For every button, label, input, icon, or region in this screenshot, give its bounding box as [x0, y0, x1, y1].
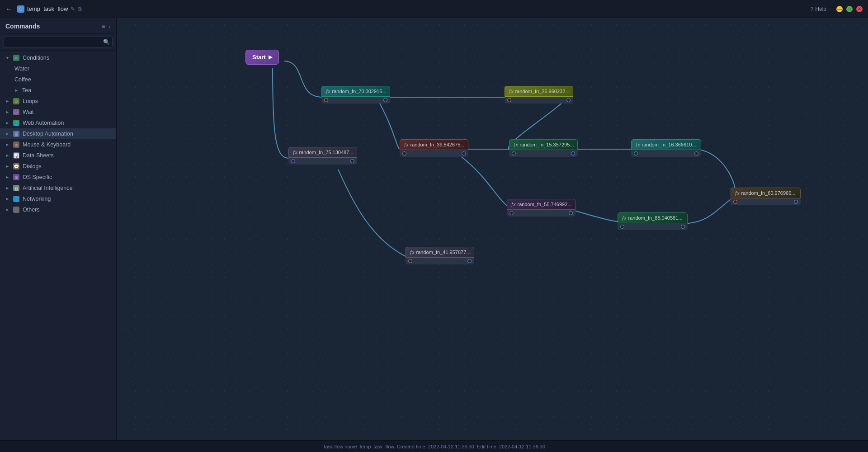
fn3-header: ƒx random_fn_75.130487...	[288, 147, 357, 158]
statusbar-text: Task flow name: temp_task_flow. Created …	[323, 444, 545, 449]
fn4-body	[400, 150, 468, 157]
node-fn3[interactable]: ƒx random_fn_75.130487...	[288, 147, 357, 165]
sidebar-item-others[interactable]: ► ⋯ Others	[0, 204, 116, 215]
sidebar-item-loops[interactable]: ► ↺ Loops	[0, 96, 116, 107]
webautomation-icon: 🌐	[13, 120, 19, 126]
fn10-header: ƒx random_fn_41.957877...	[406, 247, 474, 258]
ai-arrow: ►	[5, 186, 10, 190]
water-label: Water	[14, 66, 112, 72]
flow-title: temp_task_flow	[27, 5, 68, 12]
sidebar-icons: ≡ ‹	[101, 23, 111, 30]
collapse-icon[interactable]: ‹	[108, 23, 111, 30]
fn8-port-in[interactable]	[620, 225, 624, 229]
copy-icon[interactable]: ⧉	[78, 6, 82, 12]
start-node[interactable]: Start ▶	[245, 50, 279, 65]
help-button[interactable]: ? Help	[811, 6, 826, 12]
os-label: OS Specific	[23, 174, 112, 180]
fn6-body	[631, 150, 701, 157]
sidebar-header: Commands ≡ ‹	[0, 18, 116, 34]
sidebar-item-tea[interactable]: ► Tea	[0, 85, 116, 96]
fn10-port-in[interactable]	[408, 259, 412, 263]
edit-icon[interactable]: ✎	[71, 6, 75, 12]
title-area: ⬡ temp_task_flow ✎ ⧉	[17, 5, 82, 13]
sidebar-item-coffee[interactable]: Coffee	[0, 74, 116, 85]
node-fn7[interactable]: ƒx random_fn_55.746992...	[507, 199, 576, 217]
fn5-header: ƒx random_fn_15.357295...	[509, 139, 578, 150]
sidebar: Commands ≡ ‹ 🔍 ▼ ≈ Conditions Water	[0, 18, 117, 440]
fn7-label: random_fn_55.746992...	[518, 202, 572, 207]
node-fn8[interactable]: ƒx random_fn_88.040581...	[618, 212, 688, 230]
webautomation-label: Web Automation	[23, 120, 112, 126]
sidebar-item-wait[interactable]: ► ⏱ Wait	[0, 107, 116, 118]
fn8-port-out[interactable]	[681, 225, 685, 229]
sidebar-title: Commands	[5, 23, 40, 30]
fn9-label: random_fn_60.976966...	[741, 190, 796, 196]
node-fn1[interactable]: ƒx random_fn_70.002916...	[321, 86, 390, 104]
dialogs-label: Dialogs	[23, 163, 112, 170]
fn1-port-in[interactable]	[324, 98, 328, 102]
conditions-arrow: ▼	[5, 56, 10, 60]
sidebar-item-ai[interactable]: ► 🤖 Artificial Intelligence	[0, 183, 116, 193]
search-input[interactable]	[4, 37, 113, 47]
fn9-port-in[interactable]	[733, 200, 737, 204]
loops-icon: ↺	[13, 98, 19, 104]
fn6-port-in[interactable]	[634, 151, 638, 155]
networking-arrow: ►	[5, 197, 10, 201]
connections-svg	[117, 18, 868, 440]
dialogs-arrow: ►	[5, 164, 10, 169]
fn5-port-in[interactable]	[512, 151, 516, 155]
sidebar-item-networking[interactable]: ► 🌐 Networking	[0, 193, 116, 204]
sidebar-item-os[interactable]: ► ⚙ OS Specific	[0, 172, 116, 183]
others-arrow: ►	[5, 207, 10, 212]
fn5-body	[509, 150, 578, 157]
fn4-port-in[interactable]	[402, 151, 406, 155]
fn2-port-in[interactable]	[507, 98, 511, 102]
fn6-label: random_fn_16.366610...	[642, 142, 696, 147]
node-fn6[interactable]: ƒx random_fn_16.366610...	[631, 139, 701, 157]
fn4-header: ƒx random_fn_39.842675...	[400, 139, 468, 150]
fn1-label: random_fn_70.002916...	[332, 89, 387, 94]
fn10-port-out[interactable]	[467, 259, 472, 263]
fn3-body	[288, 158, 357, 165]
node-fn10[interactable]: ƒx random_fn_41.957877...	[406, 247, 474, 264]
fn1-port-out[interactable]	[383, 98, 387, 102]
datasheets-label: Data Sheets	[23, 152, 112, 159]
fn3-label: random_fn_75.130487...	[299, 150, 354, 155]
fn3-port-out[interactable]	[350, 159, 354, 163]
minimize-button[interactable]: —	[836, 6, 843, 12]
sidebar-item-conditions[interactable]: ▼ ≈ Conditions	[0, 52, 116, 63]
node-fn4[interactable]: ƒx random_fn_39.842675...	[400, 139, 468, 157]
fn5-port-out[interactable]	[571, 151, 575, 155]
others-label: Others	[23, 207, 112, 213]
back-button[interactable]: ←	[5, 5, 13, 13]
fn4-port-out[interactable]	[462, 151, 466, 155]
fn7-port-in[interactable]	[509, 211, 514, 215]
fn3-port-in[interactable]	[291, 159, 295, 163]
datasheets-arrow: ►	[5, 153, 10, 158]
maximize-button[interactable]: □	[846, 6, 853, 12]
sidebar-item-webautomation[interactable]: ► 🌐 Web Automation	[0, 118, 116, 128]
canvas[interactable]: Start ▶ ƒx random_fn_70.002916... ƒx ran…	[117, 18, 868, 440]
fn2-header: ƒx random_fn_26.960232...	[505, 86, 573, 97]
sidebar-item-desktop[interactable]: ► 🖥 Desktop Automation	[0, 128, 116, 139]
fn4-label: random_fn_39.842675...	[410, 142, 465, 147]
fn7-header: ƒx random_fn_55.746992...	[507, 199, 576, 210]
fn9-port-out[interactable]	[794, 200, 798, 204]
node-fn2[interactable]: ƒx random_fn_26.960232...	[505, 86, 573, 104]
sidebar-item-water[interactable]: Water	[0, 63, 116, 74]
fn6-port-out[interactable]	[694, 151, 698, 155]
sidebar-item-dialogs[interactable]: ► 💬 Dialogs	[0, 161, 116, 172]
close-button[interactable]: ✕	[856, 6, 863, 12]
fn5-label: random_fn_15.357295...	[520, 142, 574, 147]
sidebar-item-mouse[interactable]: ► 🖱 Mouse & Keyboard	[0, 139, 116, 150]
node-fn9[interactable]: ƒx random_fn_60.976966...	[731, 188, 801, 205]
fn2-port-out[interactable]	[566, 98, 571, 102]
start-play-icon: ▶	[269, 54, 272, 60]
ai-icon: 🤖	[13, 185, 19, 191]
fn8-label: random_fn_88.040581...	[628, 215, 683, 221]
list-icon[interactable]: ≡	[101, 23, 105, 30]
start-label: Start	[252, 54, 266, 61]
node-fn5[interactable]: ƒx random_fn_15.357295...	[509, 139, 578, 157]
fn7-port-out[interactable]	[569, 211, 573, 215]
sidebar-item-datasheets[interactable]: ► 📊 Data Sheets	[0, 150, 116, 161]
